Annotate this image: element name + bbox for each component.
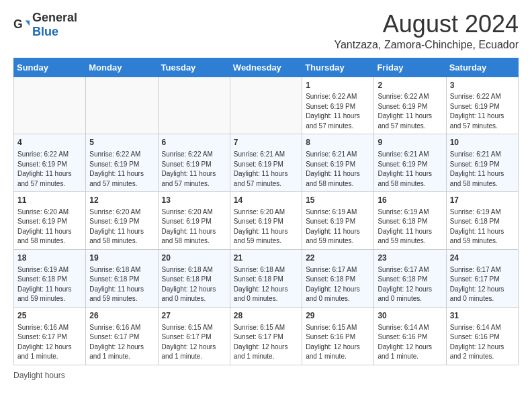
day-number: 13 — [162, 195, 226, 206]
daylight-hours-label: Daylight hours — [13, 371, 65, 380]
day-info: Sunrise: 6:21 AMSunset: 6:19 PMDaylight:… — [378, 150, 442, 189]
day-info: Sunrise: 6:17 AMSunset: 6:18 PMDaylight:… — [378, 265, 442, 304]
calendar-cell: 21Sunrise: 6:18 AMSunset: 6:18 PMDayligh… — [230, 249, 302, 307]
day-info: Sunrise: 6:21 AMSunset: 6:19 PMDaylight:… — [234, 150, 298, 189]
day-number: 15 — [306, 195, 370, 206]
day-number: 16 — [378, 195, 442, 206]
weekday-header-monday: Monday — [86, 58, 158, 77]
day-info: Sunrise: 6:15 AMSunset: 6:17 PMDaylight:… — [162, 323, 226, 362]
calendar-week-row: 25Sunrise: 6:16 AMSunset: 6:17 PMDayligh… — [14, 307, 519, 365]
day-number: 23 — [378, 253, 442, 264]
calendar-cell: 4Sunrise: 6:22 AMSunset: 6:19 PMDaylight… — [14, 134, 86, 192]
calendar-cell: 30Sunrise: 6:14 AMSunset: 6:16 PMDayligh… — [374, 307, 446, 365]
calendar-cell: 19Sunrise: 6:18 AMSunset: 6:18 PMDayligh… — [86, 249, 158, 307]
day-number: 1 — [306, 80, 370, 91]
weekday-header-sunday: Sunday — [14, 58, 86, 77]
weekday-header-saturday: Saturday — [446, 58, 518, 77]
day-info: Sunrise: 6:22 AMSunset: 6:19 PMDaylight:… — [378, 92, 442, 131]
day-number: 17 — [450, 195, 515, 206]
calendar-cell: 25Sunrise: 6:16 AMSunset: 6:17 PMDayligh… — [14, 307, 86, 365]
day-number: 3 — [450, 80, 515, 91]
calendar-cell: 17Sunrise: 6:19 AMSunset: 6:18 PMDayligh… — [446, 192, 518, 250]
calendar-week-row: 11Sunrise: 6:20 AMSunset: 6:19 PMDayligh… — [14, 192, 519, 250]
day-number: 2 — [378, 80, 442, 91]
day-info: Sunrise: 6:20 AMSunset: 6:19 PMDaylight:… — [162, 208, 226, 246]
day-number: 29 — [306, 310, 370, 322]
day-number: 21 — [234, 253, 298, 264]
calendar-cell: 8Sunrise: 6:21 AMSunset: 6:19 PMDaylight… — [302, 134, 374, 192]
day-number: 9 — [378, 137, 442, 148]
weekday-header-wednesday: Wednesday — [230, 58, 302, 77]
day-number: 28 — [234, 310, 298, 322]
calendar-cell: 15Sunrise: 6:19 AMSunset: 6:19 PMDayligh… — [302, 192, 374, 250]
day-info: Sunrise: 6:18 AMSunset: 6:18 PMDaylight:… — [162, 265, 226, 304]
page-title: August 2024 — [334, 11, 519, 38]
day-info: Sunrise: 6:19 AMSunset: 6:18 PMDaylight:… — [378, 208, 442, 246]
day-info: Sunrise: 6:14 AMSunset: 6:16 PMDaylight:… — [378, 323, 442, 362]
day-info: Sunrise: 6:15 AMSunset: 6:17 PMDaylight:… — [234, 323, 298, 362]
svg-marker-1 — [26, 21, 30, 26]
calendar-week-row: 1Sunrise: 6:22 AMSunset: 6:19 PMDaylight… — [14, 77, 519, 134]
day-info: Sunrise: 6:22 AMSunset: 6:19 PMDaylight:… — [162, 150, 226, 189]
logo-general: General — [32, 11, 77, 24]
calendar-cell: 6Sunrise: 6:22 AMSunset: 6:19 PMDaylight… — [158, 134, 230, 192]
day-info: Sunrise: 6:18 AMSunset: 6:18 PMDaylight:… — [89, 265, 154, 304]
day-number: 27 — [162, 310, 226, 322]
calendar-week-row: 4Sunrise: 6:22 AMSunset: 6:19 PMDaylight… — [14, 134, 519, 192]
calendar-cell: 10Sunrise: 6:21 AMSunset: 6:19 PMDayligh… — [446, 134, 518, 192]
calendar-cell — [230, 77, 302, 134]
svg-text:G: G — [13, 18, 23, 31]
day-info: Sunrise: 6:22 AMSunset: 6:19 PMDaylight:… — [306, 92, 370, 131]
calendar-cell: 2Sunrise: 6:22 AMSunset: 6:19 PMDaylight… — [374, 77, 446, 134]
calendar-cell: 29Sunrise: 6:15 AMSunset: 6:16 PMDayligh… — [302, 307, 374, 365]
day-number: 12 — [89, 195, 154, 206]
day-info: Sunrise: 6:22 AMSunset: 6:19 PMDaylight:… — [450, 92, 515, 131]
weekday-header-tuesday: Tuesday — [158, 58, 230, 77]
calendar-cell — [14, 77, 86, 134]
day-number: 10 — [450, 137, 515, 148]
calendar-cell: 3Sunrise: 6:22 AMSunset: 6:19 PMDaylight… — [446, 77, 518, 134]
day-info: Sunrise: 6:19 AMSunset: 6:18 PMDaylight:… — [450, 208, 515, 246]
day-number: 4 — [17, 137, 82, 148]
calendar-cell: 28Sunrise: 6:15 AMSunset: 6:17 PMDayligh… — [230, 307, 302, 365]
day-number: 11 — [17, 195, 82, 206]
day-number: 25 — [17, 310, 82, 322]
day-info: Sunrise: 6:15 AMSunset: 6:16 PMDaylight:… — [306, 323, 370, 362]
day-info: Sunrise: 6:18 AMSunset: 6:18 PMDaylight:… — [234, 265, 298, 304]
calendar-cell — [158, 77, 230, 134]
calendar-cell: 12Sunrise: 6:20 AMSunset: 6:19 PMDayligh… — [86, 192, 158, 250]
day-number: 5 — [89, 137, 154, 148]
day-number: 26 — [89, 310, 154, 322]
weekday-header-thursday: Thursday — [302, 58, 374, 77]
logo-icon: G — [13, 18, 30, 32]
calendar-cell: 16Sunrise: 6:19 AMSunset: 6:18 PMDayligh… — [374, 192, 446, 250]
day-info: Sunrise: 6:16 AMSunset: 6:17 PMDaylight:… — [17, 323, 82, 362]
day-number: 8 — [306, 137, 370, 148]
day-number: 24 — [450, 253, 515, 264]
day-info: Sunrise: 6:20 AMSunset: 6:19 PMDaylight:… — [17, 208, 82, 246]
calendar-cell: 20Sunrise: 6:18 AMSunset: 6:18 PMDayligh… — [158, 249, 230, 307]
day-info: Sunrise: 6:17 AMSunset: 6:17 PMDaylight:… — [450, 265, 515, 304]
calendar-cell: 9Sunrise: 6:21 AMSunset: 6:19 PMDaylight… — [374, 134, 446, 192]
calendar-cell: 11Sunrise: 6:20 AMSunset: 6:19 PMDayligh… — [14, 192, 86, 250]
day-info: Sunrise: 6:16 AMSunset: 6:17 PMDaylight:… — [89, 323, 154, 362]
calendar-cell: 14Sunrise: 6:20 AMSunset: 6:19 PMDayligh… — [230, 192, 302, 250]
title-area: August 2024 Yantzaza, Zamora-Chinchipe, … — [334, 11, 519, 51]
day-info: Sunrise: 6:19 AMSunset: 6:19 PMDaylight:… — [306, 208, 370, 246]
calendar-cell: 1Sunrise: 6:22 AMSunset: 6:19 PMDaylight… — [302, 77, 374, 134]
page-subtitle: Yantzaza, Zamora-Chinchipe, Ecuador — [334, 39, 519, 51]
calendar-cell: 26Sunrise: 6:16 AMSunset: 6:17 PMDayligh… — [86, 307, 158, 365]
day-info: Sunrise: 6:20 AMSunset: 6:19 PMDaylight:… — [89, 208, 154, 246]
calendar-cell: 22Sunrise: 6:17 AMSunset: 6:18 PMDayligh… — [302, 249, 374, 307]
page-header: G General Blue August 2024 Yantzaza, Zam… — [13, 11, 519, 51]
day-info: Sunrise: 6:19 AMSunset: 6:18 PMDaylight:… — [17, 265, 82, 304]
calendar-cell: 7Sunrise: 6:21 AMSunset: 6:19 PMDaylight… — [230, 134, 302, 192]
day-info: Sunrise: 6:17 AMSunset: 6:18 PMDaylight:… — [306, 265, 370, 304]
weekday-header-friday: Friday — [374, 58, 446, 77]
day-number: 31 — [450, 310, 515, 322]
calendar-cell — [86, 77, 158, 134]
day-info: Sunrise: 6:22 AMSunset: 6:19 PMDaylight:… — [89, 150, 154, 189]
logo-blue: Blue — [32, 25, 58, 38]
day-info: Sunrise: 6:21 AMSunset: 6:19 PMDaylight:… — [306, 150, 370, 189]
day-number: 14 — [234, 195, 298, 206]
